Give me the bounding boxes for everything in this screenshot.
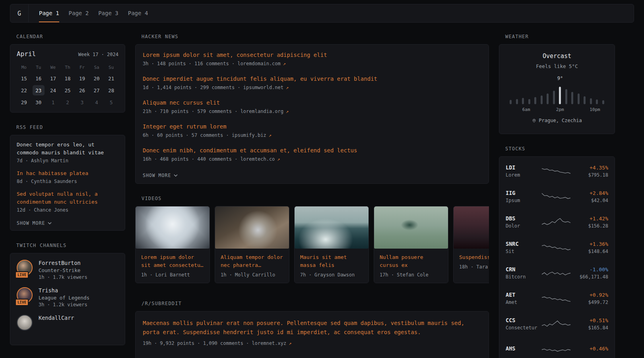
calendar-day[interactable]: 27 xyxy=(91,85,103,95)
rss-show-more-button[interactable]: SHOW MORE xyxy=(17,220,52,226)
calendar-day[interactable]: 2 xyxy=(62,97,74,107)
stock-row[interactable]: IIGIpsum +2.84%$42.04 xyxy=(499,184,615,209)
twitch-channel[interactable]: LIVE ForrestBurton Counter-Strike 1h · 1… xyxy=(17,260,118,280)
hn-item-title[interactable]: Donec enim nibh, condimentum et accumsan… xyxy=(143,147,481,154)
hn-show-more-button[interactable]: SHOW MORE xyxy=(143,173,178,178)
calendar-day[interactable]: 28 xyxy=(105,85,117,95)
calendar-day[interactable]: 26 xyxy=(76,85,88,95)
calendar-day[interactable]: 4 xyxy=(91,97,103,107)
subreddit-post-title[interactable]: Maecenas mollis pulvinar erat non posuer… xyxy=(143,319,481,337)
external-link-icon: ↗ xyxy=(277,156,280,162)
stock-change: +2.84% xyxy=(572,190,608,196)
weather-hour-bar xyxy=(584,96,586,104)
stock-row[interactable]: CRNBitcorn -1.00%$66,171.48 xyxy=(499,260,615,286)
twitch-channel[interactable]: LIVE KendallCarr xyxy=(17,315,118,331)
calendar-day[interactable]: 1 xyxy=(47,97,59,107)
video-title[interactable]: Nullam posuere cursus ex xyxy=(380,253,442,269)
video-thumbnail[interactable] xyxy=(295,206,369,249)
stock-row[interactable]: CCSConsectetur +0.51%$165.84 xyxy=(499,311,615,337)
tab-page-2[interactable]: Page 2 xyxy=(69,4,89,22)
weather-time-label: 2pm xyxy=(556,107,564,112)
stock-symbol: CCS xyxy=(506,317,541,323)
calendar-day[interactable]: 18 xyxy=(62,73,74,84)
calendar-weekday-row: MoTuWeThFrSaSu xyxy=(17,63,118,73)
video-card[interactable]: Suspendisse diam 18h · Tara xyxy=(453,206,489,283)
stock-symbol: IIG xyxy=(506,190,541,196)
calendar-day[interactable]: 23 xyxy=(33,85,45,95)
weather-hour-bar xyxy=(571,92,573,104)
stock-change: -1.00% xyxy=(572,267,608,272)
rss-item[interactable]: Donec tempor eros leo, ut commodo mauris… xyxy=(17,141,118,163)
weather-hour-bar xyxy=(516,99,518,104)
video-thumbnail[interactable] xyxy=(215,206,289,249)
stock-name: Lorem xyxy=(506,172,541,178)
video-card[interactable]: Lorem ipsum dolor sit amet consectetu… 1… xyxy=(135,206,210,283)
video-card[interactable]: Aliquam tempor dolor nec pharetra… 1h · … xyxy=(215,206,289,283)
stocks-card: LDILorem +4.35%$795.18 IIGIpsum +2.84%$4… xyxy=(499,156,615,358)
rss-item[interactable]: In hac habitasse platea 8d · Cynthia Sau… xyxy=(17,169,118,184)
video-title[interactable]: Suspendisse diam xyxy=(459,253,489,261)
middle-column: HACKER NEWS Lorem ipsum dolor sit amet, … xyxy=(135,34,489,358)
channel-name[interactable]: KendallCarr xyxy=(39,315,74,321)
calendar-day[interactable]: 30 xyxy=(33,97,45,107)
stock-sparkline xyxy=(541,266,571,280)
stock-row[interactable]: LDILorem +4.35%$795.18 xyxy=(499,158,615,184)
rss-item[interactable]: Sed volutpat nulla nisl, a condimentum n… xyxy=(17,190,118,213)
video-title[interactable]: Mauris sit amet massa felis xyxy=(300,253,363,269)
calendar-widget: CALENDAR April Week 17 · 2024 MoTuWeThFr… xyxy=(10,34,125,113)
calendar-day[interactable]: 5 xyxy=(105,97,117,107)
tab-page-3[interactable]: Page 3 xyxy=(98,4,118,22)
hn-item-title[interactable]: Donec imperdiet augue tincidunt felis al… xyxy=(143,76,481,82)
weather-bars xyxy=(510,84,604,104)
calendar-header: April Week 17 · 2024 xyxy=(17,50,118,58)
channel-info: Trisha League of Legends 3h · 1.2k viewe… xyxy=(39,287,89,307)
section-title-calendar: CALENDAR xyxy=(16,34,125,39)
tab-page-1[interactable]: Page 1 xyxy=(39,4,59,22)
video-thumbnail[interactable] xyxy=(454,206,489,249)
calendar-day[interactable]: 22 xyxy=(18,85,30,95)
hn-item-title[interactable]: Aliquam nec cursus elit xyxy=(143,99,481,106)
calendar-day[interactable]: 25 xyxy=(62,85,74,95)
hn-item-title[interactable]: Integer eget rutrum lorem xyxy=(143,123,481,130)
channel-name[interactable]: Trisha xyxy=(39,287,89,294)
calendar-day[interactable]: 24 xyxy=(47,85,59,95)
rss-item-title[interactable]: Donec tempor eros leo, ut commodo mauris… xyxy=(17,141,117,157)
calendar-day[interactable]: 29 xyxy=(18,97,30,107)
calendar-day[interactable]: 15 xyxy=(18,73,30,84)
rss-item-title[interactable]: Sed volutpat nulla nisl, a condimentum n… xyxy=(17,190,117,206)
calendar-day[interactable]: 20 xyxy=(91,73,103,84)
stock-price: $42.04 xyxy=(572,198,608,203)
stock-row[interactable]: DBSDolor +1.42%$156.28 xyxy=(499,209,615,235)
app-logo[interactable]: G xyxy=(10,4,29,22)
external-link-icon: ↗ xyxy=(286,85,289,90)
video-card[interactable]: Mauris sit amet massa felis 7h · Grayson… xyxy=(294,206,369,283)
rss-widget: RSS FEED Donec tempor eros leo, ut commo… xyxy=(10,125,125,231)
hn-item-title[interactable]: Lorem ipsum dolor sit amet, consectetur … xyxy=(143,52,481,58)
twitch-channel[interactable]: LIVE Trisha League of Legends 3h · 1.2k … xyxy=(17,287,118,307)
stock-row[interactable]: SNRCSit +1.36%$148.64 xyxy=(499,235,615,260)
video-thumbnail[interactable] xyxy=(374,206,448,249)
section-title-twitch: TWITCH CHANNELS xyxy=(16,243,125,248)
stocks-widget: STOCKS LDILorem +4.35%$795.18 IIGIpsum +… xyxy=(499,146,615,358)
calendar-day[interactable]: 16 xyxy=(33,73,45,84)
stock-row[interactable]: AHS +0.46% xyxy=(499,337,615,358)
calendar-day[interactable]: 3 xyxy=(76,97,88,107)
stock-row[interactable]: AETAmet +0.92%$499.72 xyxy=(499,286,615,311)
calendar-day[interactable]: 17 xyxy=(47,73,59,84)
video-thumbnail[interactable] xyxy=(136,206,209,249)
subreddit-card: Maecenas mollis pulvinar erat non posuer… xyxy=(135,311,489,358)
calendar-day[interactable]: 19 xyxy=(76,73,88,84)
chevron-down-icon xyxy=(174,174,178,177)
left-column: CALENDAR April Week 17 · 2024 MoTuWeThFr… xyxy=(10,34,125,358)
stock-name: Bitcorn xyxy=(506,274,541,280)
calendar-day[interactable]: 21 xyxy=(105,73,117,84)
video-title[interactable]: Lorem ipsum dolor sit amet consectetu… xyxy=(141,253,204,269)
calendar-weekday: We xyxy=(46,63,60,73)
channel-name[interactable]: ForrestBurton xyxy=(39,260,87,266)
calendar-weekday: Tu xyxy=(31,63,46,73)
video-title[interactable]: Aliquam tempor dolor nec pharetra… xyxy=(221,253,283,269)
rss-item-title[interactable]: In hac habitasse platea xyxy=(17,169,117,177)
calendar-weekday: Fr xyxy=(75,63,89,73)
video-card[interactable]: Nullam posuere cursus ex 17h · Stefan Co… xyxy=(374,206,448,283)
tab-page-4[interactable]: Page 4 xyxy=(128,4,148,22)
